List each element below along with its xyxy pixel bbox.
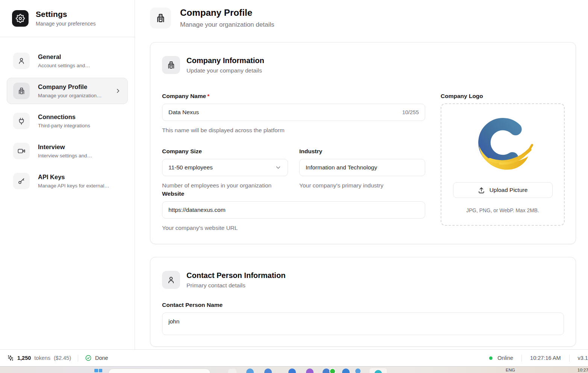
sidebar-item-company-profile[interactable]: Company Profile Manage your organization… — [7, 78, 128, 104]
industry-group: Industry Information and Technology Your… — [299, 148, 425, 190]
company-logo-label: Company Logo — [441, 93, 565, 100]
upload-icon — [478, 187, 485, 194]
company-name-helper: This name will be displayed across the p… — [162, 126, 425, 135]
windows-start-icon[interactable] — [94, 369, 102, 373]
taskbar-clock[interactable]: 10:27 — [577, 368, 588, 372]
sidebar-item-label: Connections — [38, 113, 90, 121]
company-size-select[interactable]: 11-50 employees — [162, 159, 288, 176]
taskbar-search-box[interactable] — [108, 368, 211, 373]
sidebar-item-label: API Keys — [38, 174, 109, 181]
gear-icon — [12, 10, 29, 27]
taskbar-app-icon[interactable] — [288, 368, 296, 373]
sidebar-title: Settings — [36, 10, 96, 19]
chevron-down-icon — [275, 164, 282, 171]
taskbar-app-icon[interactable] — [228, 369, 236, 373]
contact-name-input[interactable]: john — [162, 313, 564, 335]
taskbar-app-icon[interactable] — [342, 368, 350, 373]
card-title: Company Information — [186, 56, 264, 65]
website-label: Website — [162, 190, 425, 197]
company-logo-section: Company Logo — [441, 93, 565, 233]
divider — [521, 355, 522, 362]
clock-time: 10:27:16 AM — [530, 355, 561, 361]
company-size-helper: Number of employees in your organization — [162, 181, 288, 190]
taskbar-active-app[interactable] — [370, 368, 387, 373]
website-value: https://datanexus.com — [168, 207, 226, 213]
card-header: Company Information Update your company … — [162, 56, 564, 74]
sidebar-item-interview[interactable]: Interview Interview settings and… — [7, 138, 128, 164]
building-icon — [162, 56, 180, 74]
divider — [569, 355, 570, 362]
page-header: Company Profile Manage your organization… — [150, 8, 588, 29]
company-name-input[interactable]: Data Nexus 10/255 — [162, 104, 425, 121]
upload-picture-button[interactable]: Upload Picture — [453, 182, 553, 198]
taskbar-app-icon[interactable] — [355, 368, 361, 373]
sidebar-item-description: Account settings and… — [38, 63, 90, 68]
card-header: Contact Person Information Primary conta… — [162, 271, 564, 289]
taskbar-app-icon[interactable] — [246, 368, 254, 373]
page-title: Company Profile — [180, 8, 274, 18]
company-information-card: Company Information Update your company … — [150, 42, 576, 244]
sidebar-header: Settings Manage your preferences — [0, 0, 135, 37]
company-name-label: Company Name* — [162, 93, 425, 100]
sidebar-item-description: Third-party integrations — [38, 123, 90, 128]
card-subtitle: Update your company details — [186, 67, 264, 74]
sidebar-item-description: Interview settings and… — [38, 153, 92, 159]
token-label: tokens — [34, 355, 50, 361]
settings-sidebar: Settings Manage your preferences General… — [0, 0, 135, 349]
contact-name-value: john — [168, 318, 179, 325]
building-icon — [13, 83, 30, 99]
card-subtitle: Primary contact details — [186, 282, 285, 289]
website-input[interactable]: https://datanexus.com — [162, 201, 425, 219]
divider — [78, 355, 78, 362]
page-subtitle: Manage your organization details — [180, 21, 274, 29]
app-window: Settings Manage your preferences General… — [0, 0, 588, 373]
sidebar-item-description: Manage API keys for external… — [38, 183, 109, 189]
taskbar-app-icon[interactable] — [329, 368, 336, 373]
user-icon — [13, 53, 30, 69]
key-icon — [13, 173, 30, 189]
online-status: Online — [497, 355, 513, 361]
industry-helper: Your company's primary industry — [299, 181, 425, 190]
sidebar-item-general[interactable]: General Account settings and… — [7, 48, 128, 74]
cost-label: ($2.45) — [54, 355, 71, 361]
company-logo-image — [470, 111, 535, 175]
sidebar-item-label: Interview — [38, 143, 92, 151]
website-group: Website https://datanexus.com Your compa… — [162, 190, 425, 233]
taskbar-app-icon[interactable] — [264, 368, 272, 373]
logo-dropzone[interactable]: Upload Picture JPG, PNG, or WebP. Max 2M… — [441, 103, 565, 226]
contact-name-label: Contact Person Name — [162, 302, 564, 308]
chevron-right-icon — [115, 88, 121, 94]
industry-value: Information and Technology — [306, 164, 377, 171]
sidebar-item-connections[interactable]: Connections Third-party integrations — [7, 108, 128, 134]
char-counter: 10/255 — [402, 109, 419, 115]
sidebar-item-label: General — [38, 53, 90, 60]
taskbar-app-icon — [374, 370, 382, 373]
company-size-label: Company Size — [162, 148, 288, 155]
sparkles-icon — [7, 355, 14, 361]
sidebar-item-label: Company Profile — [38, 83, 102, 91]
building-icon — [150, 8, 171, 29]
company-name-group: Company Name* Data Nexus 10/255 This nam… — [162, 93, 425, 135]
user-icon — [162, 271, 180, 289]
sidebar-nav: General Account settings and… Company Pr… — [0, 37, 135, 205]
token-count: 1,250 — [17, 355, 31, 361]
app-version: v3.1.0 — [578, 355, 588, 361]
industry-label: Industry — [299, 148, 425, 155]
upload-button-label: Upload Picture — [489, 187, 528, 193]
main-content: Company Profile Manage your organization… — [135, 0, 588, 349]
taskbar-app-icon[interactable] — [323, 368, 330, 373]
card-title: Contact Person Information — [186, 271, 285, 280]
language-indicator[interactable]: ENG — [506, 368, 515, 372]
status-bar: 1,250 tokens ($2.45) Done Online 10:27:1… — [0, 349, 588, 366]
taskbar-app-icon[interactable] — [306, 368, 314, 373]
sidebar-item-description: Manage your organization… — [38, 93, 102, 98]
required-asterisk: * — [207, 93, 209, 99]
sidebar-item-api-keys[interactable]: API Keys Manage API keys for external… — [7, 168, 128, 194]
os-taskbar: ENG 10:27 — [0, 366, 588, 373]
website-helper: Your company's website URL — [162, 223, 425, 233]
company-name-value: Data Nexus — [168, 109, 199, 116]
company-size-group: Company Size 11-50 employees Number of e… — [162, 148, 288, 190]
check-circle-icon — [85, 355, 92, 361]
contact-person-card: Contact Person Information Primary conta… — [150, 257, 576, 347]
industry-input[interactable]: Information and Technology — [299, 159, 425, 176]
